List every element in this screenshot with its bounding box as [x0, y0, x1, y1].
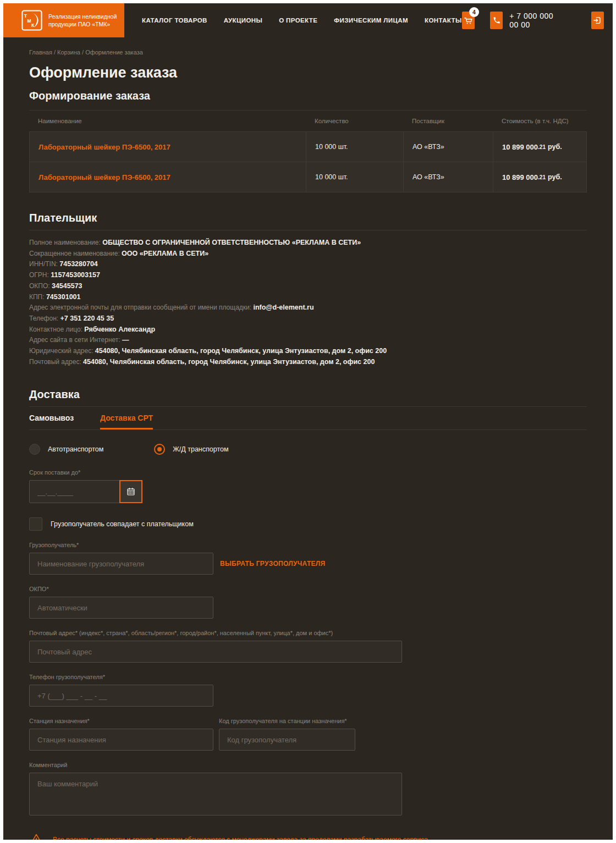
breadcrumb-current: Оформление заказа — [85, 49, 143, 56]
login-button[interactable] — [591, 12, 604, 29]
consignee-label: Грузополучатель* — [29, 542, 587, 548]
cart-count-badge: 4 — [469, 7, 479, 17]
order-table-header: Наименование Количество Поставщик Стоимо… — [29, 111, 587, 131]
svg-text:К: К — [31, 23, 35, 28]
tab-pickup[interactable]: Самовывоз — [29, 407, 74, 429]
transport-radio-group: Автотранспортом Ж/Д транспортом — [29, 444, 587, 455]
radio-circle-icon — [29, 444, 40, 455]
breadcrumb: ГлавнаяКорзинаОформление заказа — [29, 49, 587, 56]
nav-item-about[interactable]: О ПРОЕКТЕ — [279, 17, 317, 24]
okpo-input[interactable] — [29, 597, 213, 619]
payer-field-contact: Контактное лицо: Рябченко Александр — [29, 324, 587, 335]
consignee-input[interactable] — [29, 553, 213, 575]
payer-field-okpo: ОКПО: 34545573 — [29, 281, 587, 292]
okpo-group: ОКПО* — [29, 586, 587, 619]
product-supplier: АО «ВТЗ» — [404, 162, 493, 192]
top-bar: Т М К Реализация неликвидной продукции П… — [3, 3, 613, 37]
same-as-payer-checkbox-row[interactable]: Грузополучатель совпадает с плательщиком — [29, 517, 587, 531]
consignee-phone-group: Телефон грузополучателя* — [29, 674, 587, 707]
column-header-supplier: Поставщик — [403, 111, 493, 131]
breadcrumb-cart[interactable]: Корзина — [57, 49, 85, 56]
payer-field-postal-address: Почтовый адрес: 454080, Челябинская обла… — [29, 357, 587, 368]
payer-field-short-name: Сокращенное наименование: ООО «РЕКЛАМА В… — [29, 249, 587, 260]
nav-item-catalog[interactable]: КАТАЛОГ ТОВАРОВ — [142, 17, 207, 24]
checkbox-label: Грузополучатель совпадает с плательщиком — [51, 520, 194, 528]
station-code-input[interactable] — [219, 729, 355, 751]
station-label: Станция назначения* — [29, 718, 213, 724]
column-header-price: Стоимость (в т.ч. НДС) — [493, 111, 593, 131]
station-row: Станция назначения* Код грузополучателя … — [29, 718, 587, 751]
payer-section-title: Плательщик — [29, 211, 587, 225]
comment-label: Комментарий — [29, 762, 587, 768]
checkbox-icon[interactable] — [29, 517, 42, 531]
postal-address-group: Почтовый адрес* (индекс*, страна*, облас… — [29, 630, 587, 663]
product-supplier: АО «ВТЗ» — [404, 132, 493, 162]
payer-field-ogrn: ОГРН: 1157453003157 — [29, 270, 587, 281]
calendar-icon — [126, 487, 136, 497]
nav-item-individuals[interactable]: ФИЗИЧЕСКИМ ЛИЦАМ — [334, 17, 408, 24]
delivery-warning: Все расчеты стоимости и сроков доставки … — [29, 833, 587, 840]
payer-field-email: Адрес электронной почты для отправки соо… — [29, 302, 587, 313]
tmk-logo-icon: Т М К — [21, 10, 42, 31]
payer-field-inn: ИНН/TIN: 7453280704 — [29, 259, 587, 270]
login-icon — [592, 15, 602, 25]
column-header-qty: Количество — [306, 111, 403, 131]
table-row: Лабораторный шейкер ПЭ-6500, 2017 10 000… — [29, 131, 587, 162]
product-qty: 10 000 шт. — [306, 132, 404, 162]
product-link[interactable]: Лабораторный шейкер ПЭ-6500, 2017 — [38, 173, 170, 181]
radio-circle-icon — [154, 444, 165, 455]
station-input[interactable] — [29, 729, 213, 751]
header-actions: 4 + 7 000 000 00 00 — [462, 12, 613, 29]
consignee-phone-input[interactable] — [29, 685, 213, 707]
section-divider — [29, 230, 587, 230]
order-section-title: Формирование заказа — [29, 89, 587, 103]
station-group: Станция назначения* — [29, 718, 213, 751]
select-consignee-link[interactable]: ВЫБРАТЬ ГРУЗОПОЛУЧАТЕЛЯ — [220, 560, 325, 567]
station-code-label: Код грузополучателя на станции назначени… — [219, 718, 355, 724]
consignee-phone-label: Телефон грузополучателя* — [29, 674, 587, 680]
checkout-page: Т М К Реализация неликвидной продукции П… — [3, 3, 613, 840]
phone-button[interactable] — [490, 12, 503, 29]
radio-rail-transport[interactable]: Ж/Д транспортом — [154, 444, 228, 455]
tab-delivery-cpt[interactable]: Доставка СРТ — [100, 407, 153, 429]
phone-number[interactable]: + 7 000 000 00 00 — [509, 12, 558, 29]
page-content: ГлавнаяКорзинаОформление заказа Оформлен… — [3, 49, 613, 840]
payer-field-full-name: Полное наименование: ОБЩЕСТВО С ОГРАНИЧЕ… — [29, 238, 587, 249]
payer-field-phone: Телефон: +7 351 220 45 35 — [29, 313, 587, 324]
logo-tagline: Реализация неликвидной продукции ПАО «ТМ… — [48, 13, 117, 28]
nav-item-contacts[interactable]: КОНТАКТЫ — [425, 17, 462, 24]
payer-field-kpp: КПП: 745301001 — [29, 292, 587, 303]
breadcrumb-home[interactable]: Главная — [29, 49, 57, 56]
cart-button[interactable]: 4 — [462, 12, 475, 29]
calendar-button[interactable] — [119, 480, 142, 503]
payer-field-website: Адрес сайта в сети Интернет: — — [29, 335, 587, 346]
nav-item-auctions[interactable]: АУКЦИОНЫ — [224, 17, 262, 24]
main-nav: КАТАЛОГ ТОВАРОВ АУКЦИОНЫ О ПРОЕКТЕ ФИЗИЧ… — [142, 17, 462, 24]
product-link[interactable]: Лабораторный шейкер ПЭ-6500, 2017 — [38, 143, 170, 151]
postal-address-label: Почтовый адрес* (индекс*, страна*, облас… — [29, 630, 587, 636]
delivery-section-title: Доставка — [29, 387, 587, 401]
warning-icon — [29, 833, 43, 840]
comment-textarea[interactable] — [29, 773, 402, 816]
okpo-label: ОКПО* — [29, 586, 587, 592]
site-logo[interactable]: Т М К Реализация неликвидной продукции П… — [3, 3, 124, 37]
delivery-date-group: Срок поставки до* — [29, 469, 587, 503]
postal-address-input[interactable] — [29, 641, 402, 663]
product-qty: 10 000 шт. — [306, 162, 404, 192]
consignee-group: Грузополучатель* ВЫБРАТЬ ГРУЗОПОЛУЧАТЕЛЯ — [29, 542, 587, 575]
product-price: 10 899 000.21руб. — [493, 162, 594, 192]
payer-details: Полное наименование: ОБЩЕСТВО С ОГРАНИЧЕ… — [29, 238, 587, 367]
delivery-date-input[interactable] — [29, 480, 120, 503]
comment-group: Комментарий — [29, 762, 587, 818]
page-title: Оформление заказа — [29, 64, 587, 81]
table-row: Лабораторный шейкер ПЭ-6500, 2017 10 000… — [29, 162, 587, 192]
product-price: 10 899 000.21руб. — [493, 132, 594, 162]
svg-text:М: М — [27, 18, 31, 24]
screenshot-frame: Т М К Реализация неликвидной продукции П… — [0, 0, 616, 843]
radio-auto-transport[interactable]: Автотранспортом — [29, 444, 103, 455]
station-code-group: Код грузополучателя на станции назначени… — [219, 718, 355, 751]
delivery-tabs: Самовывоз Доставка СРТ — [29, 407, 587, 430]
column-header-name: Наименование — [29, 111, 306, 131]
phone-icon — [492, 16, 501, 25]
warning-text: Все расчеты стоимости и сроков доставки … — [53, 836, 430, 840]
